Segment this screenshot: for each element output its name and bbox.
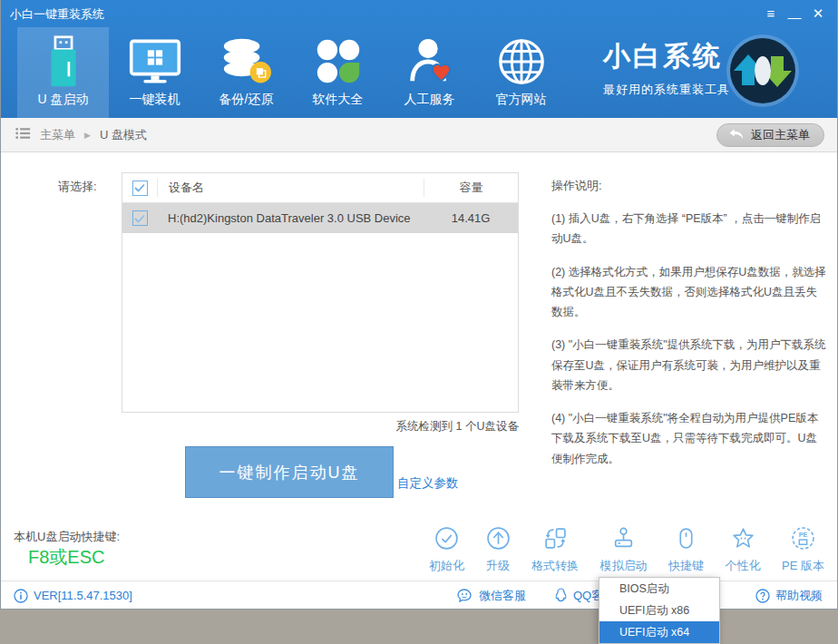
screen: 小白一键重装系统 ≡ — ✕ U 盘启动 xyxy=(0,0,838,644)
monitor-icon xyxy=(129,34,181,90)
nav-label: 备份/还原 xyxy=(219,92,274,108)
select-label: 请选择: xyxy=(58,179,97,195)
nav-item-backup-restore[interactable]: 备份/还原 xyxy=(200,27,292,118)
return-main-menu-button[interactable]: 返回主菜单 xyxy=(716,123,824,147)
usb-drive-icon xyxy=(43,34,84,90)
tool-hotkey[interactable]: 快捷键 xyxy=(668,526,704,574)
make-boot-usb-button[interactable]: 一键制作启动U盘 xyxy=(185,446,394,498)
tool-label: 模拟启动 xyxy=(600,558,648,574)
tool-label: 升级 xyxy=(486,558,510,574)
support-icon xyxy=(407,34,453,90)
tool-simulate-boot[interactable]: 模拟启动 xyxy=(600,526,648,574)
breadcrumb-current: U 盘模式 xyxy=(100,127,147,143)
wechat-support-link[interactable]: 微信客服 xyxy=(457,581,526,610)
instruction-step: (1) 插入U盘，右下角选择 “PE版本” ，点击一键制作启动U盘。 xyxy=(551,209,826,249)
nav-label: U 盘启动 xyxy=(38,92,89,108)
nav-label: 软件大全 xyxy=(313,92,364,108)
menu-item-uefi-x64[interactable]: UEFI启动 x64 xyxy=(599,621,719,643)
menu-item-uefi-x86[interactable]: UEFI启动 x86 xyxy=(599,600,719,621)
device-table: 设备名 容量 H:(hd2)Kingston DataTraveler 3.0 … xyxy=(122,172,519,413)
device-checkbox[interactable] xyxy=(132,210,148,226)
version-text: VER[11.5.47.1530] xyxy=(34,589,132,602)
init-icon xyxy=(434,526,459,554)
select-all-checkbox[interactable] xyxy=(132,181,148,196)
tool-pe-version[interactable]: PE PE 版本 xyxy=(782,526,824,574)
window-title: 小白一键重装系统 xyxy=(10,6,104,23)
tool-label: 格式转换 xyxy=(531,558,579,574)
close-icon[interactable]: ✕ xyxy=(806,0,830,27)
tool-format-convert[interactable]: 格式转换 xyxy=(531,526,579,574)
boot-mode-menu: BIOS启动 UEFI启动 x86 UEFI启动 x64 xyxy=(599,577,720,644)
main-content: 请选择: 设备名 容量 xyxy=(1,153,837,581)
software-icon xyxy=(315,34,362,90)
nav-item-support[interactable]: 人工服务 xyxy=(384,27,475,118)
personalize-icon xyxy=(731,526,755,554)
version-info: VER[11.5.47.1530] xyxy=(14,581,132,610)
brand-name: 小白系统 xyxy=(603,38,730,75)
tool-bar: 初始化 升级 格式转换 xyxy=(429,526,824,574)
tool-label: 初始化 xyxy=(429,558,464,574)
back-arrow-icon xyxy=(728,127,745,143)
main-nav: U 盘启动 一键装机 xyxy=(17,27,567,118)
instruction-step: (4) "小白一键重装系统"将全程自动为用户提供PE版本下载及系统下载至U盘，只… xyxy=(551,408,826,469)
tool-personalize[interactable]: 个性化 xyxy=(726,526,761,574)
svg-text:PE: PE xyxy=(799,531,808,539)
chevron-right-icon: ▶ xyxy=(84,131,91,140)
brand-tagline: 最好用的系统重装工具 xyxy=(603,82,730,98)
column-header-capacity: 容量 xyxy=(424,179,518,197)
device-row[interactable]: H:(hd2)Kingston DataTraveler 3.0 USB Dev… xyxy=(122,203,518,233)
hotkey-value: F8或ESC xyxy=(28,545,104,570)
tool-upgrade[interactable]: 升级 xyxy=(486,526,511,574)
tool-initialize[interactable]: 初始化 xyxy=(429,526,464,574)
breadcrumb-main-menu[interactable]: 主菜单 xyxy=(40,127,75,143)
instructions-panel: 操作说明: (1) 插入U盘，右下角选择 “PE版本” ，点击一键制作启动U盘。… xyxy=(551,178,826,482)
instructions-title: 操作说明: xyxy=(551,178,826,194)
device-name: H:(hd2)Kingston DataTraveler 3.0 USB Dev… xyxy=(157,211,424,225)
menu-item-bios-boot[interactable]: BIOS启动 xyxy=(599,578,719,600)
minimize-icon[interactable]: — xyxy=(783,0,806,27)
nav-label: 官方网站 xyxy=(496,92,547,108)
tool-label: PE 版本 xyxy=(782,558,824,574)
nav-label: 一键装机 xyxy=(130,92,180,108)
qq-icon xyxy=(554,588,568,603)
menu-icon[interactable]: ≡ xyxy=(759,0,783,27)
wechat-label: 微信客服 xyxy=(479,588,526,604)
help-video-link[interactable]: 帮助视频 xyxy=(755,581,823,610)
instruction-step: (2) 选择格式化方式，如果用户想保存U盘数据，就选择格式化U盘且不丢失数据，否… xyxy=(551,262,826,323)
brand: 小白系统 最好用的系统重装工具 xyxy=(603,38,730,98)
custom-params-link[interactable]: 自定义参数 xyxy=(397,475,459,492)
header: 小白一键重装系统 ≡ — ✕ U 盘启动 xyxy=(1,0,837,118)
nav-label: 人工服务 xyxy=(404,92,455,108)
upgrade-icon xyxy=(486,526,511,554)
breadcrumb: 主菜单 ▶ U 盘模式 返回主菜单 xyxy=(1,118,837,152)
pe-version-icon: PE xyxy=(791,526,815,554)
website-icon xyxy=(497,34,546,90)
nav-item-usb-boot[interactable]: U 盘启动 xyxy=(17,27,109,118)
instruction-step: (3) "小白一键重装系统"提供系统下载，为用户下载系统保存至U盘，保证用户有系… xyxy=(551,335,826,395)
wechat-icon xyxy=(457,589,473,603)
list-icon xyxy=(15,127,31,143)
back-button-label: 返回主菜单 xyxy=(751,127,810,143)
hotkey-icon xyxy=(674,526,698,554)
hotkey-label: 本机U盘启动快捷键: xyxy=(14,529,120,545)
nav-item-software[interactable]: 软件大全 xyxy=(292,27,384,118)
device-capacity: 14.41G xyxy=(424,211,518,225)
question-icon xyxy=(755,589,770,603)
info-icon xyxy=(14,589,28,603)
app-logo-icon xyxy=(725,33,801,112)
backup-restore-icon xyxy=(220,34,273,90)
app-window: 小白一键重装系统 ≡ — ✕ U 盘启动 xyxy=(0,0,838,610)
detect-status-text: 系统检测到 1 个U盘设备 xyxy=(247,419,519,434)
window-controls: ≡ — ✕ xyxy=(759,0,830,27)
tool-label: 快捷键 xyxy=(668,558,704,574)
help-label: 帮助视频 xyxy=(775,588,823,604)
column-header-device-name: 设备名 xyxy=(157,179,424,197)
simulate-boot-icon xyxy=(611,526,636,554)
tool-label: 个性化 xyxy=(726,558,761,574)
device-table-header: 设备名 容量 xyxy=(122,173,518,203)
nav-item-website[interactable]: 官方网站 xyxy=(475,27,567,118)
format-convert-icon xyxy=(543,526,568,554)
nav-item-one-key-install[interactable]: 一键装机 xyxy=(109,27,200,118)
